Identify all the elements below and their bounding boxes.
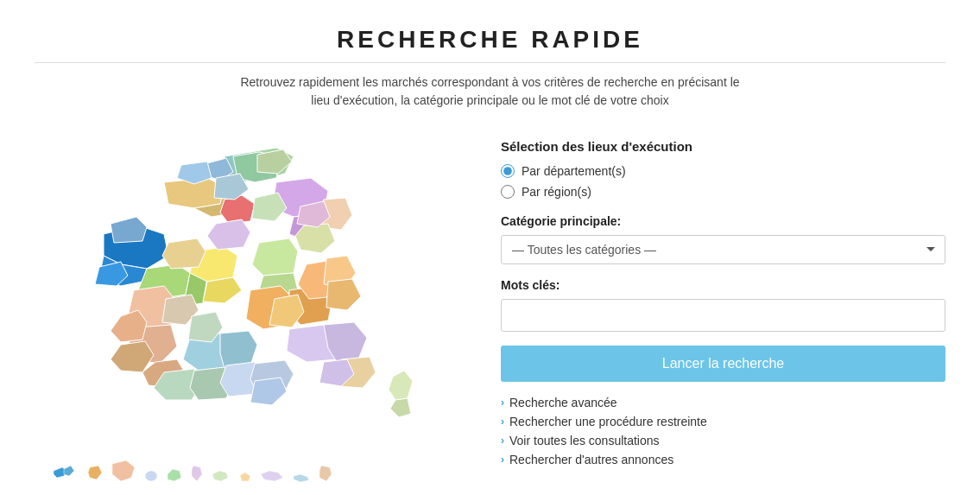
divider <box>35 62 945 63</box>
svg-point-0 <box>145 471 157 481</box>
overseas-guadeloupe[interactable] <box>52 462 79 483</box>
location-label: Sélection des lieux d'exécution <box>501 139 945 154</box>
link-restricted-procedure-label: Rechercher une procédure restreinte <box>509 415 707 428</box>
radio-region[interactable]: Par région(s) <box>501 185 945 199</box>
link-other-announcements[interactable]: › Rechercher d'autres annonces <box>501 453 945 466</box>
category-label: Catégorie principale: <box>501 214 945 228</box>
overseas-spm[interactable] <box>166 467 183 483</box>
chevron-icon-2: › <box>501 416 504 428</box>
page-wrapper: RECHERCHE RAPIDE Retrouvez rapidement le… <box>0 0 980 495</box>
radio-departement[interactable]: Par département(s) <box>501 164 945 178</box>
link-advanced-search[interactable]: › Recherche avancée <box>501 396 945 409</box>
map-section <box>35 130 466 483</box>
overseas-extra4[interactable] <box>292 473 311 483</box>
subtitle: Retrouvez rapidement les marchés corresp… <box>35 73 945 110</box>
category-select[interactable]: — Toutes les catégories — <box>501 235 945 264</box>
radio-region-label: Par région(s) <box>522 185 591 199</box>
overseas-extra5[interactable] <box>318 464 333 483</box>
link-advanced-search-label: Recherche avancée <box>509 396 617 409</box>
chevron-icon-4: › <box>501 454 504 466</box>
keywords-input[interactable] <box>501 299 945 332</box>
overseas-extra[interactable] <box>211 467 231 483</box>
link-all-consultations-label: Voir toutes les consultations <box>509 434 660 447</box>
overseas-martinique[interactable] <box>86 464 104 483</box>
overseas-extra3[interactable] <box>259 469 285 483</box>
page-title: RECHERCHE RAPIDE <box>35 26 945 54</box>
radio-region-input[interactable] <box>501 185 515 199</box>
radio-departement-label: Par département(s) <box>522 164 626 178</box>
link-all-consultations[interactable]: › Voir toutes les consultations <box>501 434 945 447</box>
keywords-label: Mots clés: <box>501 278 945 292</box>
overseas-mayotte[interactable] <box>190 464 204 483</box>
link-other-announcements-label: Rechercher d'autres annonces <box>509 453 673 466</box>
chevron-icon-3: › <box>501 435 504 447</box>
france-map[interactable] <box>35 130 449 450</box>
search-button[interactable]: Lancer la recherche <box>501 346 945 382</box>
overseas-reunion[interactable] <box>143 469 159 483</box>
overseas-territories <box>35 459 466 483</box>
links-section: › Recherche avancée › Rechercher une pro… <box>501 396 945 466</box>
location-radio-group: Par département(s) Par région(s) <box>501 164 945 199</box>
main-content: Sélection des lieux d'exécution Par dépa… <box>35 130 945 483</box>
overseas-extra2[interactable] <box>238 471 252 483</box>
radio-departement-input[interactable] <box>501 164 515 178</box>
chevron-icon-1: › <box>501 397 504 409</box>
form-section: Sélection des lieux d'exécution Par dépa… <box>501 130 945 466</box>
link-restricted-procedure[interactable]: › Rechercher une procédure restreinte <box>501 415 945 428</box>
overseas-guyane[interactable] <box>111 459 136 483</box>
